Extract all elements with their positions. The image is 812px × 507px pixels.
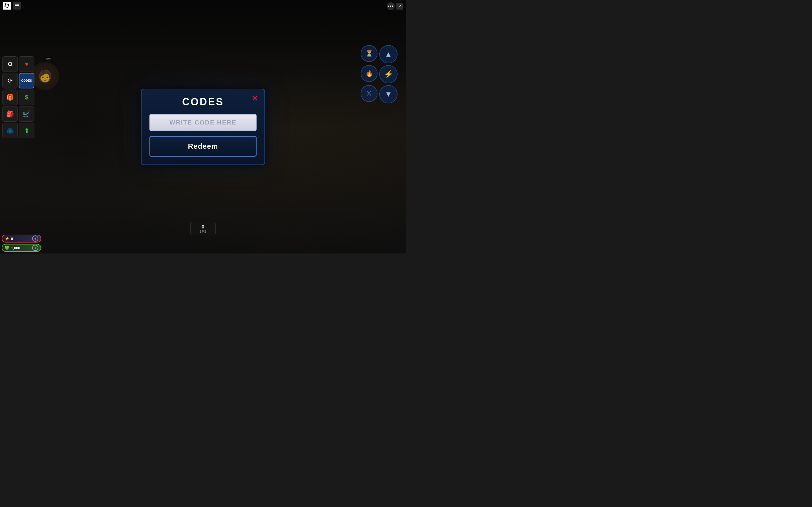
code-input-container xyxy=(149,114,257,131)
redeem-button[interactable]: Redeem xyxy=(149,136,257,157)
code-input[interactable] xyxy=(156,119,250,126)
codes-modal: CODES ✕ Redeem xyxy=(141,89,265,165)
modal-title: CODES xyxy=(149,96,257,108)
modal-close-button[interactable]: ✕ xyxy=(249,93,260,104)
modal-backdrop: CODES ✕ Redeem xyxy=(0,0,406,253)
